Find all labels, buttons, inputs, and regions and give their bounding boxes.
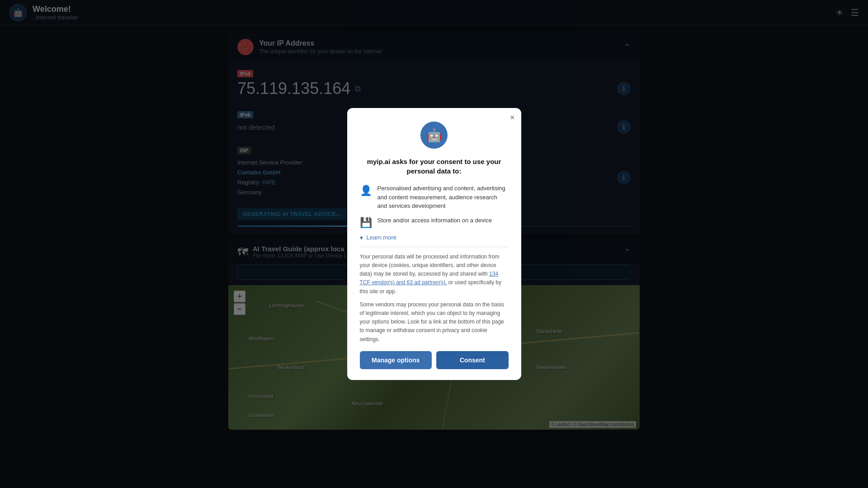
modal-description-2: Some vendors may process your personal d… (360, 300, 509, 344)
consent-button[interactable]: Consent (436, 351, 509, 369)
learn-more-label: Learn more (367, 234, 396, 241)
modal-feature-1: 👤 Personalised advertising and content, … (360, 184, 509, 211)
modal-logo-circle: 🤖 (420, 122, 448, 149)
modal-feature-2-text: Store and/or access information on a dev… (377, 216, 492, 225)
consent-modal-overlay: × 🤖 myip.ai asks for your consent to use… (0, 0, 868, 488)
modal-buttons: Manage options Consent (360, 351, 509, 369)
modal-logo: 🤖 (420, 121, 448, 150)
modal-title: myip.ai asks for your consent to use you… (360, 157, 509, 176)
consent-modal: × 🤖 myip.ai asks for your consent to use… (347, 108, 521, 380)
modal-divider (360, 247, 509, 247)
modal-close-button[interactable]: × (510, 113, 515, 122)
modal-feature-1-text: Personalised advertising and content, ad… (377, 184, 509, 211)
description-1a: Your personal data will be processed and… (360, 253, 500, 277)
modal-description-1: Your personal data will be processed and… (360, 253, 509, 296)
chevron-down-icon: ▾ (360, 234, 363, 241)
personalized-ad-icon: 👤 (360, 185, 372, 197)
learn-more-row[interactable]: ▾ Learn more (360, 234, 509, 241)
manage-options-button[interactable]: Manage options (360, 351, 432, 369)
device-store-icon: 💾 (360, 217, 372, 229)
modal-feature-2: 💾 Store and/or access information on a d… (360, 216, 509, 229)
